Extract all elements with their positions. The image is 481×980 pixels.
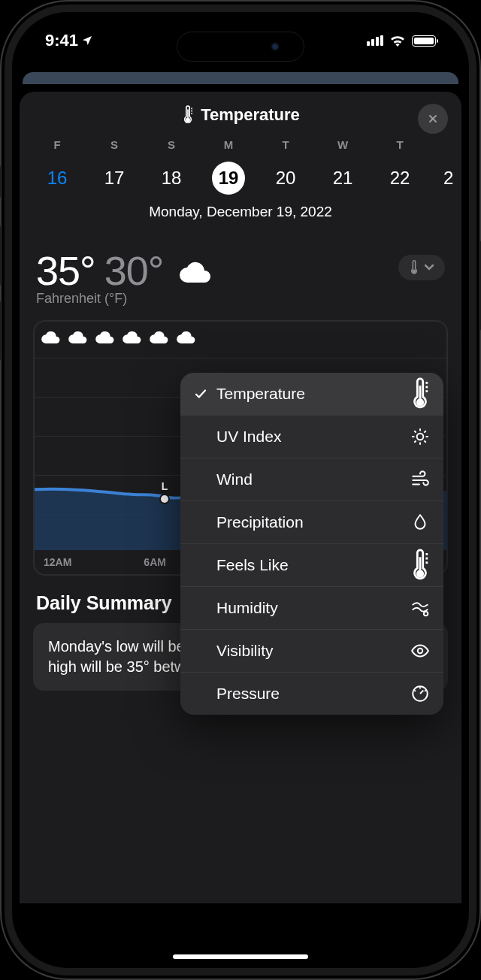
cellular-icon: [367, 35, 383, 46]
dropdown-item-humidity[interactable]: Humidity: [180, 587, 443, 630]
background-sheet-peek: [23, 72, 458, 84]
hourly-condition-row: [35, 322, 446, 355]
day-column[interactable]: S18: [143, 138, 200, 195]
svg-point-28: [418, 649, 423, 654]
sun-icon: [410, 427, 430, 446]
day-abbr: T: [257, 138, 314, 151]
svg-line-21: [424, 431, 425, 432]
day-column[interactable]: F16: [29, 138, 86, 195]
dropdown-item-label: Pressure: [216, 685, 410, 703]
day-abbr: T: [371, 138, 428, 151]
day-abbr: M: [200, 138, 257, 151]
dropdown-item-label: Visibility: [216, 642, 410, 660]
day-abbr: F: [29, 138, 86, 151]
dynamic-island: [177, 32, 304, 62]
weather-detail-sheet: Temperature F16S17S18M19T20W21T22 2 Mond…: [20, 92, 461, 903]
dropdown-item-temperature[interactable]: Temperature: [180, 373, 443, 416]
dropdown-item-pressure[interactable]: Pressure: [180, 673, 443, 715]
metric-selector-button[interactable]: [398, 255, 445, 280]
svg-line-18: [414, 431, 416, 432]
day-number[interactable]: 17: [98, 162, 131, 195]
wind-icon: [410, 470, 430, 489]
day-column[interactable]: S17: [86, 138, 143, 195]
day-selector[interactable]: F16S17S18M19T20W21T22 2: [20, 138, 461, 195]
temperature-readout: 35° 30°: [36, 247, 211, 294]
day-number[interactable]: 16: [41, 162, 74, 195]
svg-point-8: [417, 399, 422, 404]
svg-point-7: [413, 270, 415, 272]
thermometer-icon: [409, 260, 419, 275]
svg-line-30: [420, 691, 423, 694]
day-abbr: W: [314, 138, 371, 151]
sheet-title-text: Temperature: [201, 105, 300, 125]
full-date: Monday, December 19, 2022: [20, 204, 461, 220]
wifi-icon: [389, 35, 406, 47]
svg-point-0: [186, 118, 189, 121]
dropdown-item-label: Wind: [216, 470, 410, 488]
battery-icon: [412, 35, 436, 47]
home-indicator[interactable]: [173, 954, 308, 959]
dropdown-item-label: Humidity: [216, 599, 410, 617]
dropdown-item-precipitation[interactable]: Precipitation: [180, 501, 443, 544]
clock-text: 9:41: [45, 31, 78, 50]
dropdown-item-feels-like[interactable]: Feels Like: [180, 544, 443, 587]
svg-line-33: [425, 691, 426, 691]
day-number[interactable]: 18: [155, 162, 188, 195]
status-time: 9:41: [45, 31, 93, 50]
day-column[interactable]: T22: [371, 138, 428, 195]
dropdown-item-visibility[interactable]: Visibility: [180, 630, 443, 673]
eye-icon: [410, 641, 430, 661]
metric-dropdown[interactable]: TemperatureUV IndexWindPrecipitationFeel…: [180, 373, 443, 715]
day-abbr: S: [143, 138, 200, 151]
dropdown-item-uv-index[interactable]: UV Index: [180, 416, 443, 458]
day-column[interactable]: T20: [257, 138, 314, 195]
day-number[interactable]: 21: [326, 162, 359, 195]
day-column[interactable]: M19: [200, 138, 257, 195]
chevron-down-icon: [424, 264, 434, 271]
svg-line-20: [414, 440, 416, 442]
day-column[interactable]: W21: [314, 138, 371, 195]
checkmark-icon: [194, 387, 216, 401]
svg-line-19: [424, 440, 425, 442]
day-number[interactable]: 20: [269, 162, 302, 195]
sheet-title: Temperature: [181, 105, 300, 125]
dropdown-item-label: Feels Like: [216, 556, 410, 574]
location-icon: [81, 35, 93, 47]
svg-point-27: [424, 612, 428, 616]
thermometer-icon: [410, 384, 430, 404]
day-abbr: S: [86, 138, 143, 151]
thermometer-icon: [181, 105, 195, 125]
gauge-icon: [410, 684, 430, 703]
thermometer-icon: [410, 555, 430, 575]
droplet-icon: [410, 513, 430, 532]
high-temp: 35°: [36, 247, 95, 294]
day-number[interactable]: 22: [383, 162, 416, 195]
dropdown-item-label: Precipitation: [216, 513, 410, 531]
svg-line-32: [414, 691, 416, 691]
dropdown-item-label: UV Index: [216, 428, 410, 446]
low-temp: 30°: [104, 247, 164, 294]
chart-low-marker: L: [161, 480, 168, 503]
close-icon: [427, 113, 439, 125]
close-button[interactable]: [418, 104, 448, 134]
dropdown-item-wind[interactable]: Wind: [180, 458, 443, 501]
day-number[interactable]: 19: [212, 162, 245, 195]
humidity-icon: [410, 598, 430, 618]
svg-point-13: [417, 434, 424, 440]
cloud-icon: [178, 262, 211, 286]
svg-point-22: [417, 570, 422, 576]
dropdown-item-label: Temperature: [216, 385, 410, 403]
